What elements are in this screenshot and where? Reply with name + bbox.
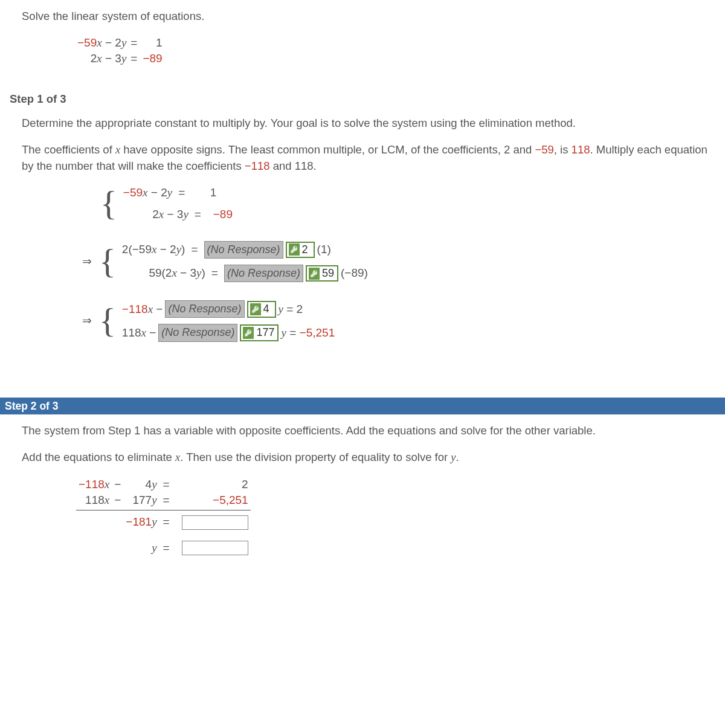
- step2-p1: The system from Step 1 has a variable wi…: [22, 423, 713, 439]
- step1-result-brace: ⇒ { −118x − (No Response) 4 y = 2 118x −…: [82, 300, 713, 341]
- no-response-box: (No Response): [224, 265, 303, 282]
- sum-row-1: −118x − 4y = 2: [76, 477, 251, 493]
- step1-header: Step 1 of 3: [10, 91, 713, 107]
- key-icon: [289, 243, 300, 256]
- implies-icon: ⇒: [82, 254, 92, 270]
- answer-key-box[interactable]: 2: [286, 242, 315, 259]
- brace-icon: {: [100, 188, 117, 219]
- instruction-text: Solve the linear system of equations.: [22, 8, 713, 24]
- no-response-box: (No Response): [165, 300, 244, 318]
- sum-row-4: y =: [76, 540, 251, 556]
- y-solution-input[interactable]: [182, 541, 248, 555]
- original-system: −59x − 2y = 1 2x − 3y = −89: [76, 35, 713, 67]
- step1-result-row-2: 118x − (No Response) 177 y = −5,251: [121, 324, 336, 341]
- no-response-box: (No Response): [204, 241, 283, 259]
- brace-icon: {: [99, 305, 116, 337]
- answer-key-box[interactable]: 4: [247, 301, 276, 318]
- step1-result-row-1: −118x − (No Response) 4 y = 2: [121, 300, 336, 318]
- key-icon: [243, 327, 254, 339]
- step2-p2: Add the equations to eliminate x. Then u…: [22, 449, 713, 466]
- step1-mult-row-2: 59(2x − 3y) = (No Response) 59 (−89): [121, 265, 369, 282]
- step2-sum-block: −118x − 4y = 2 118x − 177y = −5,251 −181…: [76, 477, 713, 556]
- implies-icon: ⇒: [82, 313, 92, 329]
- no-response-box: (No Response): [158, 324, 237, 341]
- brace-icon: {: [99, 246, 116, 277]
- problem-statement: Solve the linear system of equations. −5…: [22, 8, 713, 67]
- key-icon: [309, 268, 320, 280]
- answer-key-box[interactable]: 59: [306, 265, 338, 282]
- sum-row-2: 118x − 177y = −5,251: [76, 492, 251, 510]
- answer-key-box[interactable]: 177: [240, 324, 279, 341]
- step1-p2: The coefficients of x have opposite sign…: [22, 142, 713, 174]
- step1-system-brace-1: { −59x − 2y=1 2x − 3y=−89: [100, 185, 713, 223]
- key-icon: [250, 303, 261, 315]
- step2-header: Step 2 of 3: [5, 399, 59, 414]
- step1-p1: Determine the appropriate constant to mu…: [22, 115, 713, 131]
- sum-181y-input[interactable]: [182, 515, 248, 530]
- step2-header-bar: Step 2 of 3: [0, 398, 725, 415]
- step1-mult-row-1: 2(−59x − 2y) = (No Response) 2 (1): [121, 241, 369, 259]
- sum-row-3: −181y =: [76, 511, 251, 530]
- step1-multiply-brace: ⇒ { 2(−59x − 2y) = (No Response) 2 (1) 5…: [82, 241, 713, 282]
